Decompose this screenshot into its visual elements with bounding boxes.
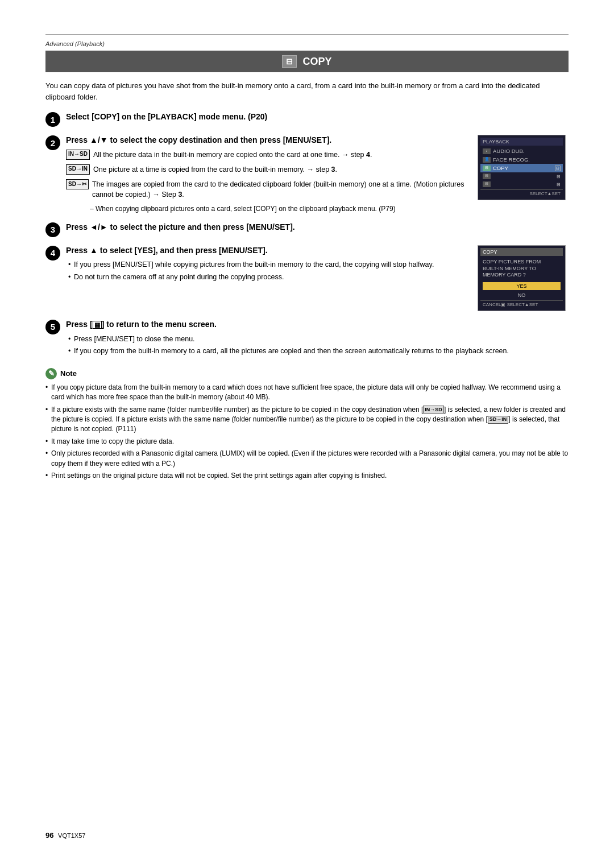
page-code: VQT1X57 (58, 832, 85, 839)
menu-item-opt5: ⊟ ⊟ (480, 180, 563, 188)
step-4-body: Press ▲ to select [YES], and then press … (66, 245, 468, 284)
step-4-bullets: If you press [MENU/SET] while copying pi… (66, 259, 468, 282)
step-4-bullet-2: Do not turn the camera off at any point … (68, 272, 468, 282)
step-5-bullet-2: If you copy from the built-in memory to … (68, 346, 569, 356)
step-4: 4 Press ▲ to select [YES], and then pres… (45, 245, 569, 311)
step-2-screen: PLAYBACK ♪ AUDIO DUB. 👤 FACE RECOG. ⊟ CO… (478, 135, 569, 200)
sd-to-in-icon: SD→IN (66, 164, 90, 175)
step-1-number: 1 (45, 112, 60, 127)
step-5-title: Press [▦] to return to the menu screen. (66, 319, 569, 330)
copy-opt1: ⊟ (555, 166, 561, 171)
step-3-content: Press ◄/► to select the picture and then… (66, 222, 569, 237)
step-5-bullets: Press [MENU/SET] to close the menu. If y… (66, 334, 569, 356)
step-4-title: Press ▲ to select [YES], and then press … (66, 245, 468, 257)
note-item-5: Print settings on the original picture d… (45, 471, 569, 481)
step-5-bullet-1: Press [MENU/SET] to close the menu. (68, 334, 569, 344)
step-3-title: Press ◄/► to select the picture and then… (66, 222, 569, 233)
note-header: ✎ Note (45, 368, 569, 379)
page-number: 96 VQT1X57 (45, 831, 85, 840)
step-1-title: Select [COPY] on the [PLAYBACK] mode men… (66, 111, 569, 123)
step-4-bullet-1: If you press [MENU/SET] while copying pi… (68, 259, 468, 270)
opt4-extra: ⊟ (557, 174, 561, 179)
sub-item-sd-to-in: SD→IN One picture at a time is copied fr… (66, 164, 468, 175)
audio-label: AUDIO DUB. (493, 148, 524, 154)
sub-item-in-to-sd: IN→SD All the picture data in the built-… (66, 150, 468, 160)
face-label: FACE RECOG. (493, 156, 530, 163)
in-sd-inline-icon: IN→SD (423, 406, 444, 414)
step-5: 5 Press [▦] to return to the menu screen… (45, 319, 569, 358)
copy-icon-menu: ⊟ (483, 166, 491, 171)
page-num-value: 96 (45, 831, 53, 840)
in-to-sd-icon: IN→SD (66, 150, 90, 160)
step-4-content: Press ▲ to select [YES], and then press … (66, 245, 569, 311)
playback-menu-title: PLAYBACK (480, 138, 563, 146)
note-item-3: It may take time to copy the picture dat… (45, 437, 569, 447)
copy-title-icon: ⊟ (282, 55, 297, 68)
sd-to-clip-icon: SD→✂ (66, 179, 89, 189)
opt5-icon: ⊟ (483, 181, 491, 187)
step-2-body: Press ▲/▼ to select the copy destination… (66, 135, 468, 214)
copy-confirm-bottom: CANCEL▣ SELECT▲SET (480, 300, 563, 308)
sub-item-sd-to-clip: SD→✂ The images are copied from the card… (66, 179, 468, 200)
copy-label: COPY (493, 165, 508, 171)
menu-item-audio: ♪ AUDIO DUB. (480, 147, 563, 155)
note-item-1: If you copy picture data from the built-… (45, 383, 569, 403)
opt4-icon: ⊟ (483, 173, 491, 179)
playback-menu-bottom: SELECT▲SET (480, 189, 563, 197)
step-2: 2 Press ▲/▼ to select the copy destinati… (45, 135, 569, 214)
step-4-number: 4 (45, 246, 60, 261)
step-2-content: Press ▲/▼ to select the copy destination… (66, 135, 569, 214)
step-2-title: Press ▲/▼ to select the copy destination… (66, 135, 468, 146)
page-title-bar: ⊟ COPY (45, 51, 569, 72)
copy-yes-button: YES (483, 282, 561, 290)
sub-item-in-to-sd-text: All the picture data in the built-in mem… (93, 150, 468, 160)
menu-item-copy-selected: ⊟ COPY ⊟ (480, 164, 563, 172)
face-icon: 👤 (483, 157, 491, 163)
sub-item-sd-to-clip-text: The images are copied from the card to t… (92, 179, 468, 200)
copy-confirm-text: COPY PICTURES FROM BUILT-IN MEMORY TO ME… (480, 258, 563, 280)
page-title: COPY (302, 56, 331, 68)
sub-item-sd-to-in-text: One picture at a time is copied from the… (93, 164, 468, 175)
copy-no-button: NO (483, 291, 561, 299)
note-label: Note (60, 369, 77, 378)
step-1-content: Select [COPY] on the [PLAYBACK] mode men… (66, 111, 569, 126)
note-section: ✎ Note If you copy picture data from the… (45, 368, 569, 481)
opt5-extra: ⊟ (557, 182, 561, 187)
step-5-content: Press [▦] to return to the menu screen. … (66, 319, 569, 358)
intro-paragraph: You can copy data of pictures you have s… (45, 80, 569, 102)
copy-confirm-title: COPY (480, 248, 563, 256)
step-1: 1 Select [COPY] on the [PLAYBACK] mode m… (45, 111, 569, 127)
step-3-number: 3 (45, 222, 60, 237)
audio-icon: ♪ (483, 148, 491, 154)
step-2-sub-items: IN→SD All the picture data in the built-… (66, 150, 468, 214)
playback-menu-screen: PLAYBACK ♪ AUDIO DUB. 👤 FACE RECOG. ⊟ CO… (478, 135, 566, 200)
menu-item-opt4: ⊟ ⊟ (480, 172, 563, 180)
note-list: If you copy picture data from the built-… (45, 383, 569, 481)
step-4-screen: COPY COPY PICTURES FROM BUILT-IN MEMORY … (478, 245, 569, 311)
step-2-number: 2 (45, 135, 60, 150)
note-item-4: Only pictures recorded with a Panasonic … (45, 449, 569, 469)
step-3: 3 Press ◄/► to select the picture and th… (45, 222, 569, 237)
page: Advanced (Playback) ⊟ COPY You can copy … (0, 0, 614, 868)
note-icon: ✎ (45, 368, 57, 379)
sd-in-inline-icon: SD→IN (488, 416, 509, 424)
breadcrumb: Advanced (Playback) (45, 40, 569, 47)
sub-item-clipboard-note: – When copying clipboard pictures onto a… (90, 204, 468, 214)
step-5-number: 5 (45, 320, 60, 334)
menu-item-face: 👤 FACE RECOG. (480, 155, 563, 164)
note-item-2: If a picture exists with the same name (… (45, 405, 569, 435)
copy-confirm-screen: COPY COPY PICTURES FROM BUILT-IN MEMORY … (478, 245, 566, 311)
